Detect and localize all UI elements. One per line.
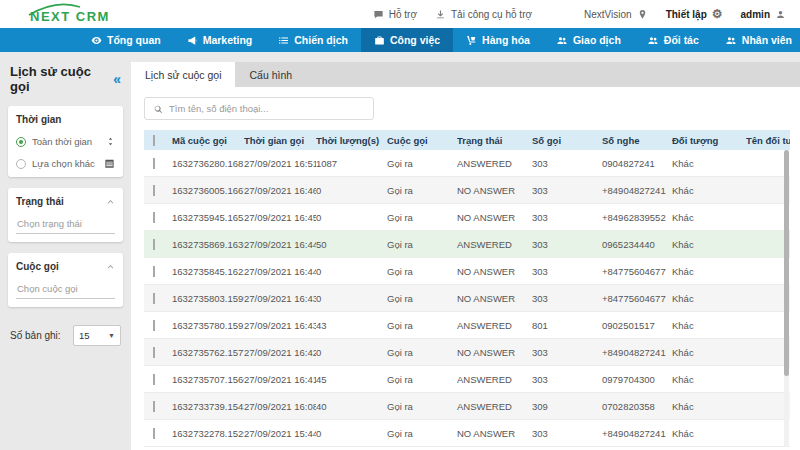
cell: 27/09/2021 16:43:23 [244, 293, 316, 304]
cell: 40 [316, 401, 387, 412]
user-menu[interactable]: admin [741, 9, 786, 20]
row-checkbox[interactable] [153, 401, 155, 412]
table-row[interactable]: 1632735707.156027/09/2021 16:41:4745Gọi … [144, 366, 790, 393]
column-header: Đối tượng [672, 135, 746, 146]
cell: NO ANSWER [457, 266, 532, 277]
download-tool-label: Tải công cụ hỗ trợ [451, 9, 532, 20]
select-all-checkbox[interactable] [153, 135, 155, 146]
row-checkbox[interactable] [153, 320, 155, 331]
cell: 1632735762.1577 [172, 347, 244, 358]
nav-item-7[interactable]: Đối tác [634, 28, 712, 52]
location-pin-icon [637, 9, 648, 20]
collapse-sidebar-button[interactable]: « [113, 72, 121, 86]
table-row[interactable]: 1632735869.163627/09/2021 16:44:2950Gọi … [144, 231, 790, 258]
cell: 27/09/2021 16:43:00 [244, 320, 316, 331]
table-scrollbar-thumb[interactable] [784, 150, 789, 376]
settings-link[interactable]: Thiết lập ⚙ [666, 7, 723, 21]
column-header: Thời lượng(s) [316, 135, 387, 146]
nextcrm-logo[interactable]: NEXT CRM [30, 5, 110, 24]
table-row[interactable]: 1632736280.168127/09/2021 16:51:201087Gọ… [144, 150, 790, 177]
table-row[interactable]: 1632735845.162227/09/2021 16:44:050Gọi r… [144, 258, 790, 285]
table-scrollbar-track [784, 150, 789, 447]
status-filter-input[interactable]: Chọn trạng thái [16, 216, 115, 234]
topbar-right: Hỗ trợ Tải công cụ hỗ trợ NextVision Thi… [355, 7, 786, 21]
cell: Khác [672, 185, 746, 196]
cell: Gọi ra [387, 212, 457, 223]
chevron-up-icon[interactable] [106, 262, 115, 271]
row-checkbox[interactable] [153, 212, 155, 223]
cell: 27/09/2021 16:51:20 [244, 158, 316, 169]
cell: 1632736280.1681 [172, 158, 244, 169]
call-filter-header[interactable]: Cuộc gọi [16, 261, 115, 272]
radio-unselected-icon[interactable] [16, 159, 26, 169]
eye-icon [91, 35, 102, 46]
cell: 1087 [316, 158, 387, 169]
download-tool-link[interactable]: Tải công cụ hỗ trợ [435, 9, 532, 20]
cell: 0 [316, 266, 387, 277]
cell: 0 [316, 347, 387, 358]
cell: 1632732278.1529 [172, 428, 244, 439]
stepper-icon[interactable] [106, 136, 115, 147]
table-row[interactable]: 1632733739.154327/09/2021 16:08:5940Gọi … [144, 393, 790, 420]
brand-link[interactable]: NextVision [584, 9, 648, 20]
time-filter-header: Thời gian [16, 114, 115, 125]
nav-item-2[interactable]: Marketing [174, 28, 266, 52]
cell: 50 [316, 239, 387, 250]
row-checkbox[interactable] [153, 239, 155, 250]
search-box[interactable] [144, 97, 374, 120]
nav-item-4[interactable]: Công việc [361, 28, 453, 52]
cell: 0 [316, 212, 387, 223]
cell: NO ANSWER [457, 293, 532, 304]
calendar-icon[interactable] [104, 158, 115, 169]
cell: Gọi ra [387, 320, 457, 331]
time-option-all[interactable]: Toàn thời gian [16, 136, 115, 147]
nav-item-label: Hàng hóa [482, 34, 530, 46]
table-row[interactable]: 1632735945.165327/09/2021 16:45:450Gọi r… [144, 204, 790, 231]
main-area: Lịch sử cuộc gọiCấu hình Mã cuộc gọiThời… [131, 52, 800, 450]
cell: 27/09/2021 16:44:05 [244, 266, 316, 277]
table-row[interactable]: 1632736005.166727/09/2021 16:46:450Gọi r… [144, 177, 790, 204]
cell: 0 [316, 428, 387, 439]
nav-item-label: Chiến dịch [294, 34, 348, 46]
cell: Khác [672, 212, 746, 223]
chevron-up-icon[interactable] [106, 197, 115, 206]
row-checkbox[interactable] [153, 185, 155, 196]
nav-item-5[interactable]: Hàng hóa [453, 28, 543, 52]
table-row[interactable]: 1632732278.152927/09/2021 15:44:380Gọi r… [144, 420, 790, 447]
cell: ANSWERED [457, 239, 532, 250]
time-filter-title: Thời gian [16, 114, 61, 125]
table-row[interactable]: 1632735780.159127/09/2021 16:43:0043Gọi … [144, 312, 790, 339]
username-label: admin [741, 9, 770, 20]
settings-label: Thiết lập [666, 9, 707, 20]
cell: +84962839552 [602, 212, 672, 223]
table-row[interactable]: 1632735762.157727/09/2021 16:42:420Gọi r… [144, 339, 790, 366]
support-link[interactable]: Hỗ trợ [373, 9, 417, 20]
radio-selected-icon[interactable] [16, 137, 26, 147]
row-checkbox[interactable] [153, 266, 155, 277]
table-row[interactable]: 1632735803.159927/09/2021 16:43:230Gọi r… [144, 285, 790, 312]
time-option-custom[interactable]: Lựa chọn khác [16, 158, 115, 169]
call-filter-input[interactable]: Chọn cuộc gọi [16, 281, 115, 299]
nav-item-6[interactable]: Giao dịch [543, 28, 634, 52]
nav-item-1[interactable]: Tổng quan [78, 28, 174, 52]
status-filter-header[interactable]: Trạng thái [16, 196, 115, 207]
row-checkbox[interactable] [153, 374, 155, 385]
tab-2[interactable]: Cấu hình [235, 62, 306, 87]
cell: 27/09/2021 16:45:45 [244, 212, 316, 223]
cell: Khác [672, 401, 746, 412]
row-checkbox[interactable] [153, 347, 155, 358]
nav-item-3[interactable]: Chiến dịch [265, 28, 361, 52]
search-input[interactable] [169, 103, 365, 114]
cell: 27/09/2021 16:44:29 [244, 239, 316, 250]
nav-item-8[interactable]: Nhân viên [712, 28, 800, 52]
row-checkbox[interactable] [153, 428, 155, 439]
tab-1[interactable]: Lịch sử cuộc gọi [131, 62, 235, 87]
records-per-page: Số bản ghi: 15 ▼ [8, 325, 123, 346]
call-filter-title: Cuộc gọi [16, 261, 59, 272]
cell: 43 [316, 320, 387, 331]
row-checkbox[interactable] [153, 293, 155, 304]
row-checkbox[interactable] [153, 158, 155, 169]
records-count-select[interactable]: 15 ▼ [73, 325, 121, 346]
cell: 801 [532, 320, 602, 331]
cell: 1632735845.1622 [172, 266, 244, 277]
